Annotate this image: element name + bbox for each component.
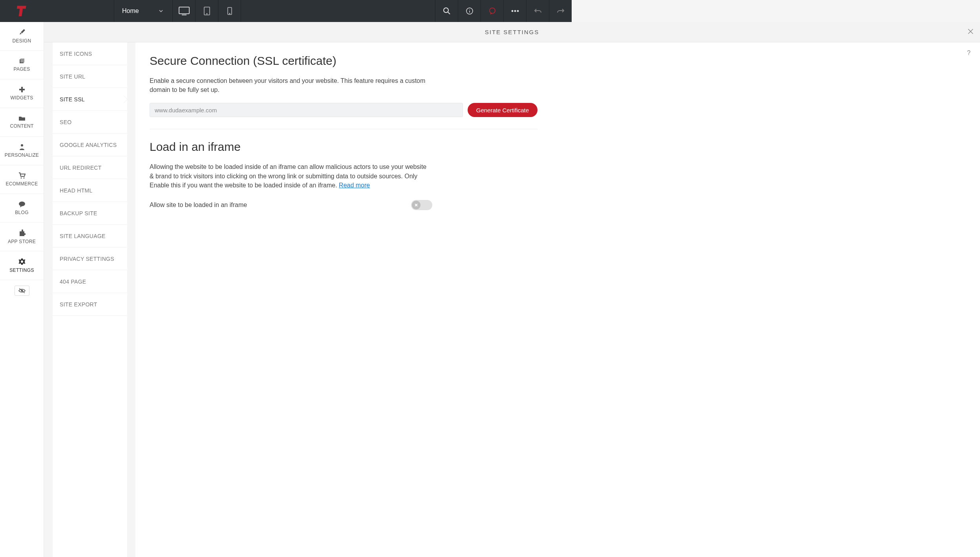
more-button[interactable] (503, 0, 526, 22)
iframe-section-title: Load in an iframe (150, 140, 538, 154)
submenu-404-page[interactable]: 404 PAGE (53, 270, 127, 293)
puzzle-icon (18, 229, 26, 236)
submenu-google-analytics[interactable]: GOOGLE ANALYTICS (53, 134, 127, 156)
divider (150, 129, 538, 129)
submenu-site-icons[interactable]: SITE ICONS (53, 42, 127, 65)
submenu-site-export[interactable]: SITE EXPORT (53, 293, 127, 316)
rail-label: CONTENT (10, 123, 33, 129)
preview-toggle[interactable] (15, 286, 29, 296)
folder-icon (18, 115, 26, 121)
submenu-site-url[interactable]: SITE URL (53, 65, 127, 88)
rail-item-appstore[interactable]: APP STORE (0, 223, 44, 251)
svg-line-7 (448, 12, 450, 14)
redo-button[interactable] (549, 0, 572, 22)
rail-label: BLOG (15, 210, 29, 215)
panel-title: SITE SETTINGS (485, 29, 539, 35)
svg-point-19 (21, 144, 23, 147)
iframe-toggle-label: Allow site to be loaded in an iframe (150, 202, 247, 209)
submenu-site-ssl[interactable]: SITE SSL (53, 88, 127, 111)
submenu-site-language[interactable]: SITE LANGUAGE (53, 225, 127, 247)
desktop-icon (178, 6, 190, 16)
rail-item-design[interactable]: DESIGN (0, 22, 44, 51)
iframe-toggle[interactable] (411, 200, 432, 210)
rail-item-pages[interactable]: PAGES (0, 51, 44, 79)
read-more-link[interactable]: Read more (339, 182, 370, 189)
svg-point-11 (490, 8, 495, 13)
device-desktop-button[interactable] (173, 0, 196, 22)
chat-icon (488, 7, 496, 15)
gear-icon (18, 258, 26, 265)
rail-item-personalize[interactable]: PERSONALIZE (0, 137, 44, 165)
page-selector[interactable]: Home (114, 0, 173, 22)
submenu-backup-site[interactable]: BACKUP SITE (53, 202, 127, 225)
svg-point-3 (207, 13, 207, 14)
submenu-url-redirect[interactable]: URL REDIRECT (53, 156, 127, 179)
pages-icon (19, 58, 25, 64)
settings-submenu: SITE ICONS SITE URL SITE SSL SEO GOOGLE … (53, 42, 127, 325)
rail-label: SETTINGS (9, 268, 34, 273)
toggle-knob (412, 201, 421, 209)
page-selector-label: Home (122, 7, 139, 15)
rail-label: ECOMMERCE (5, 181, 38, 187)
person-icon (19, 144, 25, 150)
mobile-icon (227, 7, 232, 15)
tablet-icon (203, 6, 210, 16)
svg-rect-0 (179, 7, 189, 14)
svg-point-14 (517, 10, 519, 12)
svg-point-6 (444, 8, 448, 13)
rail-item-widgets[interactable]: WIDGETS (0, 79, 44, 108)
content-area: ? Secure Connection (SSL certificate) En… (135, 42, 572, 325)
svg-point-13 (514, 10, 516, 12)
brush-icon (18, 29, 26, 36)
panel-header: SITE SETTINGS (44, 22, 572, 42)
left-rail: DESIGN PAGES WIDGETS CONTENT PERSONALIZE… (0, 22, 44, 325)
info-icon (466, 7, 474, 15)
more-icon (511, 10, 519, 12)
cart-icon (18, 172, 26, 179)
ssl-input-row: Generate Certificate (150, 103, 538, 117)
svg-rect-16 (20, 59, 24, 62)
device-mobile-button[interactable] (218, 0, 241, 22)
iframe-toggle-row: Allow site to be loaded in an iframe (150, 200, 432, 210)
domain-input[interactable] (150, 103, 463, 117)
redo-icon (557, 8, 565, 14)
topbar: Home (0, 0, 572, 22)
undo-button[interactable] (526, 0, 549, 22)
device-tablet-button[interactable] (196, 0, 218, 22)
rail-item-blog[interactable]: BLOG (0, 194, 44, 223)
comments-button[interactable] (481, 0, 503, 22)
iframe-section-desc: Allowing the website to be loaded inside… (150, 162, 432, 190)
site-logo[interactable] (0, 0, 44, 22)
submenu-seo[interactable]: SEO (53, 111, 127, 134)
rail-label: PERSONALIZE (5, 152, 39, 158)
search-button[interactable] (435, 0, 458, 22)
info-button[interactable] (458, 0, 481, 22)
rail-label: PAGES (14, 66, 30, 72)
svg-point-22 (19, 202, 25, 206)
plus-icon (19, 86, 25, 93)
eye-slash-icon (18, 288, 26, 293)
generate-certificate-button[interactable]: Generate Certificate (468, 103, 538, 117)
rail-item-settings[interactable]: SETTINGS (0, 251, 44, 280)
rail-label: WIDGETS (10, 95, 33, 101)
svg-rect-18 (19, 89, 25, 90)
x-icon (414, 203, 418, 207)
rail-item-content[interactable]: CONTENT (0, 108, 44, 137)
search-icon (443, 7, 451, 15)
rail-item-ecommerce[interactable]: ECOMMERCE (0, 165, 44, 194)
chat-bubble-icon (18, 201, 26, 207)
svg-point-21 (23, 178, 24, 179)
svg-point-5 (229, 13, 230, 14)
rail-label: DESIGN (13, 38, 31, 44)
svg-point-20 (20, 178, 22, 179)
rail-label: APP STORE (8, 239, 36, 244)
undo-icon (534, 8, 542, 14)
chevron-down-icon (159, 9, 163, 13)
submenu-head-html[interactable]: HEAD HTML (53, 179, 127, 202)
ssl-section-desc: Enable a secure connection between your … (150, 76, 432, 94)
ssl-section-title: Secure Connection (SSL certificate) (150, 54, 538, 68)
svg-point-10 (469, 9, 470, 10)
submenu-privacy-settings[interactable]: PRIVACY SETTINGS (53, 247, 127, 270)
svg-point-12 (512, 10, 513, 12)
